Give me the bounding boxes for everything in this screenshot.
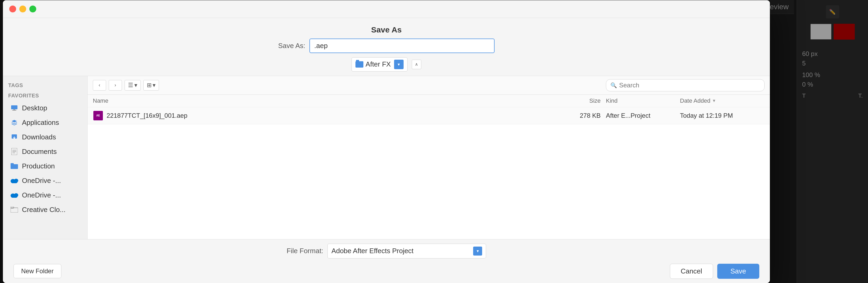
format-dropdown-chevron[interactable]: ▼ (473, 247, 482, 255)
aep-icon: AE (93, 111, 103, 120)
dialog-body: Tags Favorites Desktop (3, 76, 770, 240)
forward-button[interactable]: › (109, 80, 122, 91)
list-view-chevron: ▾ (134, 82, 137, 89)
search-input[interactable] (619, 81, 760, 89)
production-folder-icon (10, 162, 18, 170)
save-as-label: Save As: (278, 42, 306, 50)
svg-rect-0 (11, 105, 18, 109)
sidebar-item-onedrive-1[interactable]: OneDrive -... (5, 173, 85, 188)
sidebar-label-onedrive-1: OneDrive -... (22, 177, 61, 185)
file-list: AE 221877TCT_[16x9]_001.aep 278 KB After… (88, 107, 770, 239)
documents-icon (10, 148, 18, 155)
desktop-icon (10, 104, 18, 112)
modal-overlay: Save As Save As: After FX ▼ ∧ Tags Favor… (0, 0, 868, 283)
save-as-row: Save As: (3, 39, 770, 57)
table-row[interactable]: AE 221877TCT_[16x9]_001.aep 278 KB After… (88, 107, 770, 125)
sidebar-item-documents[interactable]: Documents (5, 144, 85, 159)
file-date: Today at 12:19 PM (675, 112, 765, 119)
file-format-value: Adobe After Effects Project (331, 247, 413, 255)
onedrive-icon-1 (10, 177, 18, 184)
save-as-dialog: Save As Save As: After FX ▼ ∧ Tags Favor… (3, 0, 770, 283)
left-sidebar: Tags Favorites Desktop (3, 76, 88, 239)
file-kind: After E...Project (600, 112, 675, 119)
sidebar-item-downloads[interactable]: Downloads (5, 130, 85, 144)
svg-rect-2 (12, 110, 17, 111)
file-name: 221877TCT_[16x9]_001.aep (106, 112, 548, 119)
close-button[interactable] (9, 5, 16, 12)
save-button[interactable]: Save (717, 264, 759, 279)
sidebar-item-onedrive-2[interactable]: OneDrive -... (5, 188, 85, 203)
action-buttons: Cancel Save (670, 264, 759, 279)
sidebar-label-creative-cloud: Creative Clo... (22, 206, 66, 214)
sort-indicator: ▼ (712, 99, 716, 103)
file-toolbar: ‹ › ☰ ▾ ⊞ ▾ 🔍 (88, 76, 770, 95)
col-header-size: Size (548, 97, 600, 104)
location-picker[interactable]: After FX ▼ (351, 57, 407, 72)
folder-icon (355, 61, 363, 68)
search-box[interactable]: 🔍 (606, 79, 765, 91)
dialog-footer: File Format: Adobe After Effects Project… (3, 240, 770, 283)
svg-rect-1 (13, 109, 16, 110)
file-size: 278 KB (548, 112, 600, 119)
favorites-label: Favorites (3, 91, 87, 101)
cancel-button[interactable]: Cancel (670, 264, 713, 279)
table-header: Name Size Kind Date Added ▼ (88, 95, 770, 107)
sidebar-item-creative-cloud[interactable]: Creative Clo... (5, 203, 85, 217)
tags-label: Tags (3, 80, 87, 91)
sidebar-label-production: Production (22, 162, 55, 170)
downloads-icon (10, 133, 18, 141)
file-area: ‹ › ☰ ▾ ⊞ ▾ 🔍 (88, 76, 770, 239)
creative-cloud-icon (10, 206, 18, 214)
location-folder-name: After FX (366, 60, 391, 68)
sidebar-label-desktop: Desktop (22, 104, 47, 112)
sidebar-item-applications[interactable]: Applications (5, 115, 85, 130)
sidebar-label-downloads: Downloads (22, 133, 56, 141)
svg-rect-17 (10, 207, 14, 208)
col-header-date[interactable]: Date Added ▼ (675, 97, 765, 104)
window-chrome (3, 0, 770, 18)
sidebar-label-applications: Applications (22, 118, 59, 127)
sidebar-label-onedrive-2: OneDrive -... (22, 191, 61, 199)
sidebar-item-production[interactable]: Production (5, 159, 85, 173)
search-icon: 🔍 (611, 82, 617, 89)
back-button[interactable]: ‹ (93, 80, 106, 91)
file-format-row: File Format: Adobe After Effects Project… (13, 244, 759, 258)
svg-rect-8 (10, 164, 18, 169)
onedrive-icon-2 (10, 191, 18, 199)
minimize-button[interactable] (19, 5, 26, 12)
grid-view-button[interactable]: ⊞ ▾ (143, 80, 159, 91)
file-format-select[interactable]: Adobe After Effects Project ▼ (328, 244, 486, 258)
new-folder-button[interactable]: New Folder (13, 264, 61, 278)
sidebar-item-desktop[interactable]: Desktop (5, 101, 85, 115)
list-view-icon: ☰ (128, 82, 133, 89)
location-dropdown-chevron[interactable]: ▼ (394, 60, 404, 69)
location-row: After FX ▼ ∧ (3, 57, 770, 76)
dialog-buttons: New Folder Cancel Save (13, 264, 759, 279)
svg-rect-9 (10, 163, 14, 165)
sidebar-label-documents: Documents (22, 148, 57, 156)
expand-location-button[interactable]: ∧ (412, 60, 421, 69)
dialog-title: Save As (3, 18, 770, 39)
list-view-button[interactable]: ☰ ▾ (125, 80, 141, 91)
save-as-input[interactable] (309, 39, 495, 53)
maximize-button[interactable] (29, 5, 36, 12)
applications-icon (10, 118, 18, 127)
col-header-kind: Kind (600, 97, 675, 104)
grid-view-chevron: ▾ (153, 82, 156, 89)
date-added-label: Date Added (680, 97, 710, 104)
file-format-label: File Format: (287, 247, 323, 255)
col-header-name: Name (93, 97, 548, 104)
file-icon-aep: AE (93, 110, 103, 121)
grid-view-icon: ⊞ (147, 82, 152, 89)
